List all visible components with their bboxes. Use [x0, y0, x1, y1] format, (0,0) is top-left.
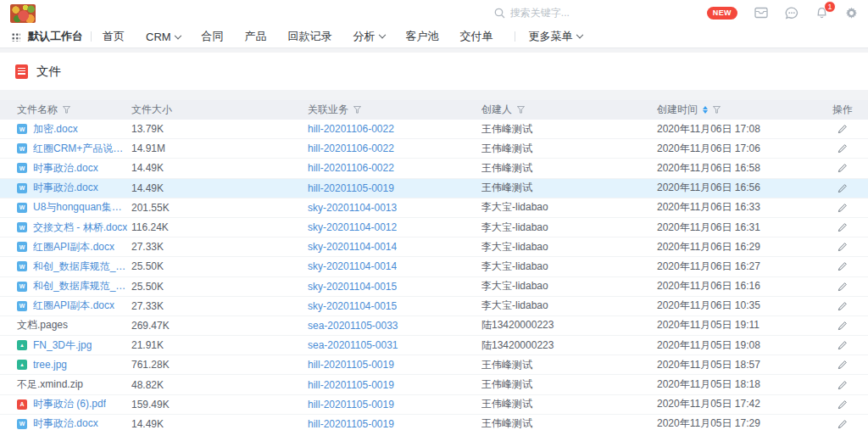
related-business-link[interactable]: hill-20201105-0019	[308, 359, 394, 371]
file-size: 21.91K	[131, 339, 308, 351]
nav-item-customer-pool[interactable]: 客户池	[406, 29, 439, 44]
global-search[interactable]	[494, 7, 612, 19]
nav-more-menu[interactable]: 更多菜单	[529, 29, 582, 44]
search-icon	[494, 8, 505, 19]
table-row[interactable]: W 交接文档 - 林桥.docx 116.24K sky-20201104-00…	[0, 218, 868, 237]
related-business-link[interactable]: hill-20201105-0019	[308, 399, 394, 410]
column-header-created-time[interactable]: 创建时间	[657, 103, 698, 117]
edit-pencil-icon[interactable]	[837, 399, 848, 410]
creator: 王伟峰测试	[481, 377, 657, 392]
filter-icon[interactable]	[713, 106, 721, 114]
file-name[interactable]: tree.jpg	[33, 359, 67, 371]
filter-icon[interactable]	[517, 106, 525, 114]
file-name[interactable]: 交接文档 - 林桥.docx	[33, 221, 127, 235]
table-row[interactable]: W 时事政治.docx 14.49K hill-20201106-0022 王伟…	[0, 159, 868, 178]
column-header-related-business[interactable]: 关联业务	[308, 103, 348, 117]
app-launcher-icon[interactable]	[11, 32, 20, 42]
table-row[interactable]: W U8与hongquan集成方案.docx 201.55K sky-20201…	[0, 198, 868, 218]
sort-icon[interactable]	[703, 106, 708, 114]
nav-item-contract[interactable]: 合同	[202, 29, 224, 44]
file-name[interactable]: 红圈CRM+产品说明201901_前端...	[33, 142, 131, 156]
table-row[interactable]: ▲ tree.jpg 761.28K hill-20201105-0019 王伟…	[0, 355, 868, 375]
notification-bell-icon[interactable]: 1	[815, 7, 828, 20]
edit-pencil-icon[interactable]	[837, 301, 848, 311]
related-business-link[interactable]: sky-20201104-0015	[308, 281, 397, 293]
filter-icon[interactable]	[353, 106, 361, 114]
table-row[interactable]: W 加密.docx 13.79K hill-20201106-0022 王伟峰测…	[0, 120, 868, 139]
edit-pencil-icon[interactable]	[837, 261, 848, 271]
settings-gear-icon[interactable]	[845, 7, 858, 20]
edit-pencil-icon[interactable]	[837, 242, 848, 252]
edit-pencil-icon[interactable]	[837, 321, 848, 331]
related-business-link[interactable]: sky-20201104-0013	[308, 202, 397, 214]
file-type-icon: W	[17, 163, 27, 173]
nav-item-delivery-order[interactable]: 交付单	[460, 29, 493, 44]
file-type-icon: W	[17, 143, 27, 154]
edit-pencil-icon[interactable]	[837, 282, 848, 292]
nav-item-crm[interactable]: CRM	[146, 31, 181, 43]
related-business-link[interactable]: hill-20201106-0022	[308, 162, 394, 174]
column-header-file-size[interactable]: 文件大小	[131, 103, 172, 117]
nav-item-home[interactable]: 首页	[103, 29, 125, 44]
created-time: 2020年11月05日 19:08	[657, 338, 810, 353]
column-header-creator[interactable]: 创建人	[481, 103, 512, 117]
created-time: 2020年11月06日 16:29	[657, 240, 810, 254]
filter-icon[interactable]	[63, 106, 70, 114]
related-business-link[interactable]: sea-20201105-0033	[308, 320, 398, 332]
inbox-icon[interactable]	[754, 7, 768, 19]
edit-pencil-icon[interactable]	[837, 183, 848, 193]
file-name[interactable]: U8与hongquan集成方案.docx	[33, 200, 131, 215]
table-row[interactable]: W 和创_数据库规范_20171124.doc 25.50K sky-20201…	[0, 277, 868, 297]
table-row[interactable]: 不足.xmind.zip 48.82K hill-20201105-0019 王…	[0, 375, 868, 394]
file-name[interactable]: 红圈API副本.docx	[33, 299, 114, 313]
workspace-switcher[interactable]: 默认工作台	[28, 29, 83, 44]
new-badge[interactable]: NEW	[707, 7, 737, 20]
table-row[interactable]: A 时事政治 (6).pdf 159.49K hill-20201105-001…	[0, 395, 868, 415]
edit-pencil-icon[interactable]	[837, 380, 848, 390]
file-name[interactable]: 加密.docx	[33, 122, 78, 137]
related-business-link[interactable]: hill-20201105-0019	[308, 182, 394, 194]
related-business-link[interactable]: hill-20201106-0022	[308, 123, 394, 135]
edit-pencil-icon[interactable]	[837, 203, 848, 213]
file-name[interactable]: FN_3D牛.jpg	[33, 338, 92, 353]
table-row[interactable]: ▲ FN_3D牛.jpg 21.91K sea-20201105-0031 陆1…	[0, 336, 868, 355]
table-row[interactable]: W 红圈API副本.docx 27.33K sky-20201104-0014 …	[0, 237, 868, 257]
table-row[interactable]: 文档.pages 269.47K sea-20201105-0033 陆1342…	[0, 316, 868, 336]
edit-pencil-icon[interactable]	[837, 340, 848, 350]
edit-pencil-icon[interactable]	[837, 124, 848, 134]
edit-pencil-icon[interactable]	[837, 163, 848, 173]
nav-item-product[interactable]: 产品	[245, 29, 267, 44]
nav-item-payment-record[interactable]: 回款记录	[288, 29, 332, 44]
edit-pencil-icon[interactable]	[837, 360, 848, 370]
file-name[interactable]: 时事政治.docx	[33, 181, 98, 195]
file-name[interactable]: 红圈API副本.docx	[33, 240, 114, 254]
related-business-link[interactable]: hill-20201105-0019	[308, 379, 394, 391]
file-name[interactable]: 和创_数据库规范_20171124.doc	[33, 260, 131, 274]
related-business-link[interactable]: sky-20201104-0014	[308, 260, 397, 272]
app-logo[interactable]	[10, 4, 36, 23]
edit-pencil-icon[interactable]	[837, 222, 848, 232]
related-business-link[interactable]: sky-20201104-0012	[308, 221, 397, 233]
chat-icon[interactable]	[785, 7, 798, 20]
table-row[interactable]: W 红圈API副本.docx 27.33K sky-20201104-0015 …	[0, 297, 868, 316]
related-business-link[interactable]: hill-20201106-0022	[308, 142, 394, 154]
column-header-file-name[interactable]: 文件名称	[17, 103, 58, 117]
edit-pencil-icon[interactable]	[837, 419, 848, 429]
search-input[interactable]	[510, 7, 612, 19]
table-row[interactable]: W 时事政治.docx 14.49K hill-20201105-0019 王伟…	[0, 415, 868, 430]
file-name[interactable]: 和创_数据库规范_20171124.doc	[33, 279, 131, 293]
file-name[interactable]: 时事政治 (6).pdf	[33, 397, 106, 411]
file-name[interactable]: 时事政治.docx	[33, 161, 98, 176]
nav-item-analysis[interactable]: 分析	[353, 29, 385, 44]
edit-pencil-icon[interactable]	[837, 143, 848, 154]
related-business-link[interactable]: hill-20201105-0019	[308, 418, 394, 430]
nav-item-label: 更多菜单	[529, 30, 573, 42]
table-row[interactable]: W 时事政治.docx 14.49K hill-20201105-0019 王伟…	[0, 179, 868, 198]
table-row[interactable]: W 和创_数据库规范_20171124.doc 25.50K sky-20201…	[0, 257, 868, 276]
related-business-link[interactable]: sea-20201105-0031	[308, 339, 398, 351]
file-name[interactable]: 时事政治.docx	[33, 416, 98, 430]
table-row[interactable]: W 红圈CRM+产品说明201901_前端... 14.91M hill-202…	[0, 139, 868, 159]
creator: 李大宝-lidabao	[481, 279, 657, 293]
related-business-link[interactable]: sky-20201104-0014	[308, 241, 397, 253]
related-business-link[interactable]: sky-20201104-0015	[308, 300, 397, 312]
